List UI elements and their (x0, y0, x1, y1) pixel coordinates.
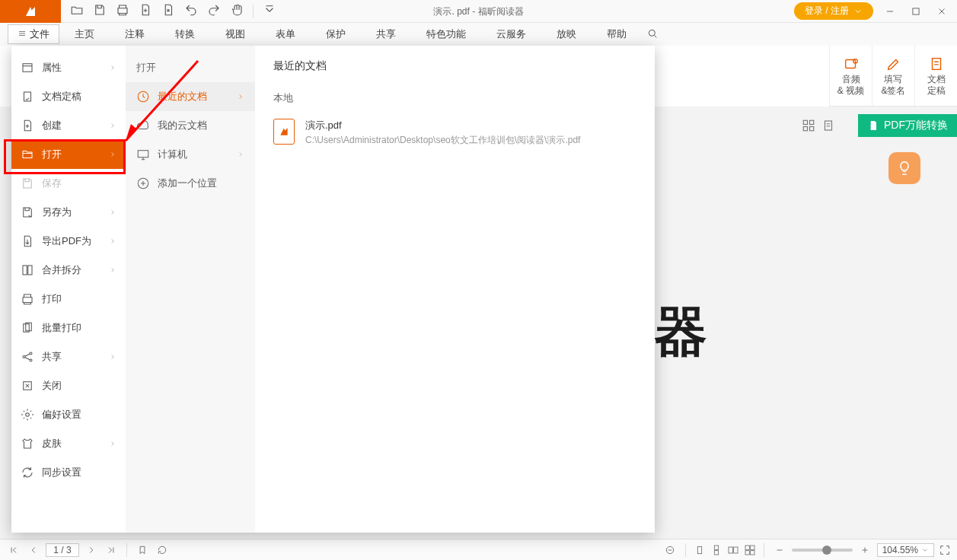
zoom-value[interactable]: 104.55% (877, 543, 934, 557)
bs-sub-label: 最近的文档 (158, 90, 207, 103)
bs-batchprint[interactable]: 批量打印 (11, 313, 126, 342)
thumbnail-icon[interactable] (802, 119, 815, 135)
page-icon[interactable] (821, 119, 835, 135)
tab-help[interactable]: 帮助 (592, 23, 642, 46)
reflow-icon[interactable] (662, 542, 678, 558)
rotate-icon[interactable] (155, 542, 170, 558)
svg-rect-9 (825, 121, 832, 130)
redo-icon[interactable] (207, 3, 221, 19)
ribbon-fill-sign[interactable]: 填写&签名 (872, 46, 914, 106)
svg-rect-0 (913, 8, 919, 14)
bs-create[interactable]: 创建 (11, 111, 126, 140)
bs-finalize[interactable]: 文档定稿 (11, 82, 126, 111)
layout-continuous-icon[interactable] (710, 544, 723, 556)
login-button[interactable]: 登录 / 注册 (794, 2, 873, 20)
tab-home[interactable]: 主页 (59, 23, 110, 46)
fullscreen-icon[interactable] (939, 544, 951, 556)
bs-item-label: 保存 (42, 177, 62, 190)
bs-saveas[interactable]: 另存为 (11, 198, 126, 227)
tips-bulb-button[interactable] (888, 152, 920, 184)
hand-tool-icon[interactable] (230, 3, 244, 19)
svg-point-1 (649, 30, 655, 36)
bs-properties[interactable]: 属性 (11, 53, 126, 82)
bs-mergesplit[interactable]: 合并拆分 (11, 256, 126, 285)
tab-protect[interactable]: 保护 (311, 23, 361, 46)
bs-item-label: 偏好设置 (42, 408, 81, 422)
bs-item-label: 属性 (42, 61, 62, 75)
page-indicator[interactable]: 1 / 3 (46, 543, 79, 557)
maximize-button[interactable] (907, 2, 925, 21)
tab-convert[interactable]: 转换 (160, 23, 210, 46)
close-button[interactable] (933, 2, 951, 21)
tab-cloud[interactable]: 云服务 (481, 23, 541, 46)
bookmark-icon[interactable] (135, 542, 150, 558)
bs-preferences[interactable]: 偏好设置 (11, 400, 126, 429)
view-mode-icons (802, 119, 835, 135)
tab-comment[interactable]: 注释 (110, 23, 160, 46)
page-x-icon[interactable] (161, 3, 175, 19)
bs-item-label: 打开 (42, 148, 62, 161)
undo-icon[interactable] (184, 3, 198, 19)
bs-open[interactable]: 打开 (11, 140, 126, 169)
bs-save: 保存 (11, 169, 126, 198)
tab-form[interactable]: 表单 (260, 23, 311, 46)
file-tab[interactable]: 文件 (8, 24, 59, 44)
open-computer[interactable]: 计算机 (126, 140, 255, 169)
tab-view[interactable]: 视图 (210, 23, 260, 46)
backstage-recent-panel: 最近的文档 本地 演示.pdf C:\Users\Administrator\D… (255, 46, 655, 533)
quick-access-toolbar (61, 3, 286, 19)
bs-exportpdf[interactable]: 导出PDF为 (11, 227, 126, 256)
bs-item-label: 皮肤 (42, 437, 62, 450)
bs-sub-label: 添加一个位置 (158, 177, 217, 190)
bs-item-label: 另存为 (42, 205, 72, 219)
ribbon-group-label: 填写 (884, 74, 902, 84)
svg-point-16 (23, 356, 25, 358)
svg-rect-33 (750, 546, 754, 549)
next-page-button[interactable] (84, 542, 99, 558)
minimize-button[interactable] (881, 2, 899, 21)
bs-close[interactable]: 关闭 (11, 371, 126, 400)
bs-share[interactable]: 共享 (11, 342, 126, 371)
ribbon-audio-video[interactable]: 音频& 视频 (829, 46, 872, 106)
open-cloud[interactable]: 我的云文档 (126, 111, 255, 140)
layout-facing-icon[interactable] (727, 544, 739, 556)
file-backstage-panel: 属性 文档定稿 创建 打开 保存 另存为 导出PDF为 (11, 46, 655, 533)
tab-features[interactable]: 特色功能 (411, 23, 481, 46)
layout-continuous-facing-icon[interactable] (744, 544, 756, 556)
first-page-button[interactable] (6, 542, 21, 558)
zoom-in-button[interactable] (857, 542, 872, 558)
bs-sync[interactable]: 同步设置 (11, 458, 126, 487)
svg-point-20 (26, 413, 30, 417)
svg-rect-7 (803, 127, 807, 131)
zoom-slider[interactable] (792, 549, 853, 552)
last-page-button[interactable] (104, 542, 119, 558)
svg-rect-34 (745, 550, 749, 554)
save-icon[interactable] (93, 3, 107, 19)
prev-page-button[interactable] (26, 542, 41, 558)
pdf-convert-button[interactable]: PDF万能转换 (858, 114, 957, 137)
search-icon[interactable] (642, 27, 659, 42)
zoom-out-button[interactable] (772, 542, 787, 558)
svg-rect-8 (810, 127, 814, 131)
bs-sub-label: 计算机 (158, 148, 187, 161)
bs-skin[interactable]: 皮肤 (11, 429, 126, 458)
page-plus-icon[interactable] (139, 3, 152, 19)
svg-point-17 (30, 352, 32, 355)
svg-rect-4 (932, 59, 940, 70)
svg-rect-29 (714, 550, 718, 554)
bs-item-label: 批量打印 (42, 321, 81, 335)
recent-file-item[interactable]: 演示.pdf C:\Users\Administrator\Desktop\se… (273, 114, 636, 151)
tab-share[interactable]: 共享 (361, 23, 411, 46)
print-icon[interactable] (116, 3, 129, 19)
open-icon[interactable] (70, 3, 84, 19)
open-add-place[interactable]: 添加一个位置 (126, 169, 255, 198)
svg-rect-27 (697, 546, 701, 553)
layout-single-icon[interactable] (694, 544, 706, 556)
bs-sub-label: 我的云文档 (158, 119, 207, 132)
bs-print[interactable]: 打印 (11, 285, 126, 313)
open-recent[interactable]: 最近的文档 (126, 82, 255, 111)
ribbon-groups-right: 音频& 视频 填写&签名 文档定稿 (829, 46, 957, 107)
tab-present[interactable]: 放映 (541, 23, 592, 46)
qat-dropdown-icon[interactable] (263, 3, 276, 19)
ribbon-finalize[interactable]: 文档定稿 (914, 46, 957, 106)
